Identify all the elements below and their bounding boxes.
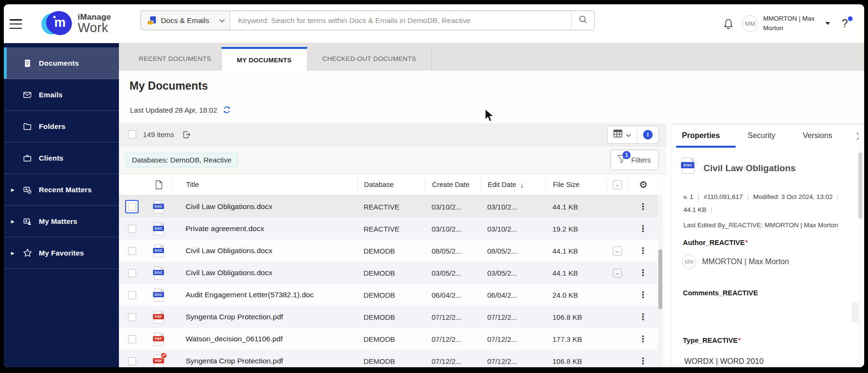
column-header-database[interactable]: Database: [357, 178, 425, 191]
type-field-value[interactable]: WORDX | WORD 2010: [684, 357, 763, 366]
table-row[interactable]: PDF Syngenta Crop Protection.pdf DEMODB …: [119, 350, 658, 367]
panel-scrollbar-thumb[interactable]: [858, 152, 862, 219]
caret-right-icon[interactable]: ▶: [11, 187, 21, 192]
coauthoring-icon: ↔: [613, 180, 622, 189]
table-row[interactable]: DOC Civil Law Obligations.docx DEMODB 08…: [119, 240, 658, 262]
tab-recent-documents[interactable]: RECENT DOCUMENTS: [129, 47, 222, 70]
caret-right-icon[interactable]: ▶: [11, 251, 21, 256]
sidebar-label: Emails: [39, 91, 63, 99]
view-mode-dropdown[interactable]: [608, 126, 637, 143]
tab-my-documents[interactable]: MY DOCUMENTS: [222, 47, 307, 71]
row-checkbox[interactable]: [128, 247, 136, 255]
sidebar-item-emails[interactable]: Emails: [4, 79, 119, 111]
row-checkbox[interactable]: [128, 225, 136, 233]
row-menu-kebab-icon[interactable]: ⋮: [639, 313, 647, 321]
sidebar-item-my-matters[interactable]: ▶ My Matters: [4, 206, 119, 237]
document-title[interactable]: Syngenta Crop Protection.pdf: [172, 313, 357, 321]
document-database: REACTIVE: [357, 203, 425, 211]
row-checkbox[interactable]: [128, 291, 136, 299]
table-row[interactable]: DOC Private agreement.docx REACTIVE 03/1…: [119, 218, 658, 240]
table-header: Title Database Create Date Edit Date ↓ F…: [119, 174, 658, 196]
document-title[interactable]: Watson_decision_061106.pdf: [172, 335, 357, 343]
table-row[interactable]: DOC Civil Law Obligations.docx DEMODB 03…: [119, 262, 658, 284]
table-scrollbar-thumb[interactable]: [658, 249, 662, 309]
type-field-label: Type_REACTIVE*: [683, 337, 740, 344]
document-edit-date: 08/05/2...: [481, 247, 545, 255]
document-title[interactable]: Civil Law Obligations.docx: [172, 268, 357, 277]
sidebar-item-my-favorites[interactable]: ▶ My Favorites: [4, 237, 119, 269]
row-menu-kebab-icon[interactable]: ⋮: [639, 202, 647, 211]
search-icon: [578, 15, 588, 26]
panel-tab-versions[interactable]: Versions: [803, 131, 832, 140]
table-row[interactable]: DOC Audit Engagement Letter(57382.1).doc…: [119, 284, 658, 306]
notification-bell-icon[interactable]: [723, 18, 734, 31]
sidebar-item-documents[interactable]: Documents: [4, 47, 119, 79]
search-scope-dropdown[interactable]: Docs & Emails: [141, 11, 230, 30]
list-toolbar: 149 items i: [119, 123, 667, 146]
table-row[interactable]: PDF Watson_decision_061106.pdf DEMODB 07…: [119, 328, 658, 350]
user-avatar[interactable]: MM: [742, 15, 758, 32]
author-field-value[interactable]: MM MMORTON | Max Morton: [682, 255, 789, 269]
sidebar-item-recent-matters[interactable]: ▶ Recent Matters: [4, 174, 119, 206]
info-button[interactable]: i: [637, 126, 658, 143]
active-tab-underline: [676, 146, 736, 148]
user-menu-caret-icon[interactable]: [825, 22, 830, 25]
refresh-icon[interactable]: [223, 105, 231, 114]
required-asterisk: *: [738, 337, 740, 344]
search-input[interactable]: [230, 11, 571, 30]
row-checkbox[interactable]: [128, 203, 136, 211]
sidebar-label: Clients: [39, 154, 63, 162]
user-name[interactable]: MMORTON | Max Morton: [763, 14, 817, 33]
row-menu-kebab-icon[interactable]: ⋮: [639, 224, 647, 233]
hamburger-menu-icon[interactable]: [10, 19, 22, 29]
column-settings[interactable]: ⚙: [628, 178, 658, 191]
filters-button[interactable]: 1 Filters: [610, 150, 659, 170]
sidebar-item-folders[interactable]: Folders: [4, 111, 119, 142]
column-header-file-size[interactable]: File Size: [545, 178, 606, 191]
user-area: MM MMORTON | Max Morton ?: [723, 14, 864, 33]
row-checkbox[interactable]: [128, 269, 136, 277]
document-title[interactable]: Civil Law Obligations.docx: [172, 202, 357, 211]
row-checkbox[interactable]: [128, 357, 136, 365]
sidebar-item-clients[interactable]: Clients: [4, 142, 119, 174]
row-checkbox[interactable]: [128, 335, 136, 343]
document-database: DEMODB: [357, 357, 425, 365]
column-header-create-date[interactable]: Create Date: [425, 178, 481, 191]
column-header-edit-date[interactable]: Edit Date ↓: [481, 178, 545, 191]
document-edit-date: 03/10/2...: [481, 225, 545, 233]
user-name-line2: Morton: [763, 23, 817, 33]
row-menu-kebab-icon[interactable]: ⋮: [639, 357, 647, 365]
column-header-title[interactable]: Title: [172, 178, 357, 191]
document-title[interactable]: Private agreement.docx: [172, 224, 357, 233]
row-menu-kebab-icon[interactable]: ⋮: [639, 291, 647, 299]
panel-tab-properties[interactable]: Properties: [682, 131, 720, 140]
pdf-file-icon: PDF: [154, 355, 164, 368]
table-row[interactable]: PDF Syngenta Crop Protection.pdf DEMODB …: [119, 306, 658, 328]
row-checkbox[interactable]: [128, 313, 136, 321]
column-header-file-type[interactable]: [119, 178, 172, 191]
row-menu-kebab-icon[interactable]: ⋮: [639, 246, 647, 255]
panel-tab-security[interactable]: Security: [748, 131, 775, 140]
document-file-size: 44.1 KB: [545, 247, 606, 255]
briefcase-icon: [22, 153, 33, 163]
row-menu-kebab-icon[interactable]: ⋮: [639, 268, 647, 277]
search-button[interactable]: [571, 11, 594, 30]
mouse-cursor: [484, 109, 495, 123]
row-menu-kebab-icon[interactable]: ⋮: [639, 335, 647, 343]
tab-checked-out-documents[interactable]: CHECKED-OUT DOCUMENTS: [307, 47, 432, 70]
select-all-checkbox[interactable]: [128, 130, 136, 139]
help-button[interactable]: ?: [842, 17, 852, 30]
logo-brand-text: iManage: [78, 13, 111, 21]
caret-right-icon[interactable]: ▶: [11, 219, 21, 224]
document-title[interactable]: Syngenta Crop Protection.pdf: [172, 357, 357, 365]
database-filter-chip[interactable]: Databases: DemoDB, Reactive: [126, 153, 238, 167]
export-icon[interactable]: [182, 130, 191, 140]
document-file-size: 106.8 KB: [545, 357, 606, 365]
sort-descending-icon[interactable]: ↓: [520, 181, 524, 189]
document-title[interactable]: Audit Engagement Letter(57382.1).doc: [172, 291, 357, 299]
panel-scrollbar[interactable]: [858, 126, 862, 365]
table-scrollbar[interactable]: [658, 196, 663, 367]
table-row[interactable]: DOC Civil Law Obligations.docx REACTIVE …: [119, 196, 658, 218]
checked-out-badge: [161, 352, 167, 359]
document-title[interactable]: Civil Law Obligations.docx: [172, 246, 357, 255]
